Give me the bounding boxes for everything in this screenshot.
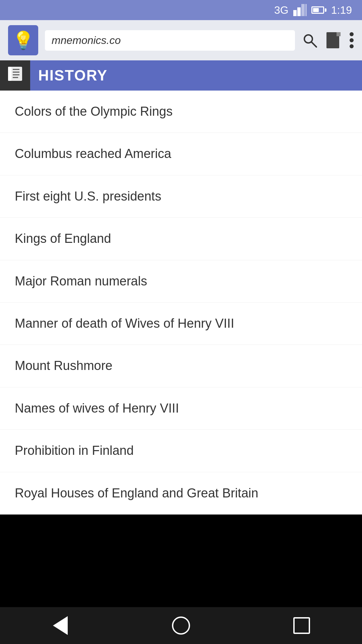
list-item[interactable]: Columbus reached America (0, 133, 362, 175)
time-display: 1:19 (331, 4, 352, 16)
list-item[interactable]: Prohibition in Finland (0, 430, 362, 472)
list-item[interactable]: First eight U.S. presidents (0, 175, 362, 218)
url-text: mnemonics.co (52, 34, 121, 47)
status-bar: 3G 1:19 (0, 0, 362, 20)
category-title: HISTORY (30, 67, 108, 84)
signal-icon (293, 4, 307, 16)
list-item[interactable]: Royal Houses of England and Great Britai… (0, 472, 362, 515)
home-button[interactable] (168, 612, 194, 639)
nav-bar (0, 607, 362, 644)
list-item[interactable]: Kings of England (0, 218, 362, 260)
svg-point-10 (350, 38, 354, 42)
svg-point-11 (350, 44, 354, 48)
recent-icon (293, 617, 310, 634)
search-button[interactable] (302, 32, 318, 48)
page-button[interactable] (326, 32, 341, 49)
list-item-text: Royal Houses of England and Great Britai… (15, 486, 258, 500)
battery-icon (311, 6, 326, 14)
svg-marker-3 (305, 4, 307, 16)
browser-actions (302, 32, 354, 49)
browser-bar: 💡 mnemonics.co (0, 20, 362, 60)
more-button[interactable] (349, 32, 354, 49)
more-icon (349, 32, 354, 49)
status-icons: 3G 1:19 (274, 4, 352, 16)
svg-point-9 (350, 32, 354, 36)
svg-marker-1 (297, 7, 301, 16)
book-svg (6, 65, 24, 83)
list-item[interactable]: Major Roman numerals (0, 260, 362, 303)
recent-button[interactable] (288, 612, 315, 639)
back-icon (53, 616, 68, 635)
address-bar[interactable]: mnemonics.co (45, 30, 295, 51)
list-item-text: Colors of the Olympic Rings (15, 104, 173, 118)
list-item-text: Kings of England (15, 231, 111, 246)
bulb-icon: 💡 (12, 30, 34, 51)
list-item[interactable]: Names of wives of Henry VIII (0, 387, 362, 430)
list-item-text: Prohibition in Finland (15, 443, 134, 458)
svg-point-4 (304, 35, 312, 43)
svg-line-5 (312, 42, 316, 47)
site-logo: 💡 (8, 25, 38, 55)
list-item-text: Columbus reached America (15, 147, 171, 161)
home-icon (172, 616, 190, 635)
search-icon (302, 32, 318, 48)
category-header: HISTORY (0, 60, 362, 91)
network-indicator: 3G (274, 4, 289, 16)
list-item-text: Mount Rushmore (15, 359, 112, 373)
list-item[interactable]: Mount Rushmore (0, 345, 362, 387)
main-content: 💡 mnemonics.co (0, 20, 362, 551)
book-icon (6, 65, 24, 86)
list-item-text: First eight U.S. presidents (15, 189, 161, 203)
list-item-text: Major Roman numerals (15, 274, 147, 288)
svg-marker-2 (301, 4, 305, 16)
svg-rect-13 (8, 67, 11, 81)
svg-rect-8 (337, 32, 341, 36)
list-item-text: Names of wives of Henry VIII (15, 401, 179, 415)
svg-marker-0 (293, 10, 297, 16)
list-item[interactable]: Manner of death of Wives of Henry VIII (0, 303, 362, 345)
list-container: Colors of the Olympic Rings Columbus rea… (0, 91, 362, 515)
category-icon-box (0, 60, 30, 91)
list-item[interactable]: Colors of the Olympic Rings (0, 91, 362, 133)
page-icon (326, 32, 341, 49)
list-item-text: Manner of death of Wives of Henry VIII (15, 316, 234, 330)
back-button[interactable] (47, 612, 74, 639)
